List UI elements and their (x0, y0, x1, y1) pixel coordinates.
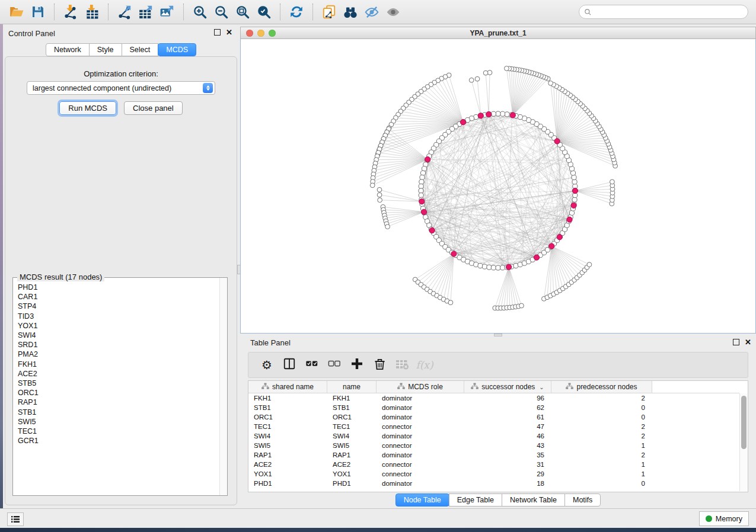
result-node-item[interactable]: SWI5 (18, 417, 219, 427)
table-cell[interactable]: TEC1 (327, 423, 377, 430)
result-node-item[interactable]: PHD1 (18, 283, 219, 292)
table-cell[interactable]: PHD1 (327, 480, 377, 487)
table-row[interactable]: SWI4SWI4dominator462 (248, 431, 739, 441)
table-cell[interactable]: 61 (464, 414, 551, 421)
export-image-button[interactable] (157, 2, 178, 21)
search-input[interactable] (595, 7, 743, 17)
zoom-selected-region-button[interactable] (253, 2, 275, 21)
export-network-button[interactable] (114, 2, 135, 21)
table-cell[interactable]: connector (377, 442, 464, 449)
table-cell[interactable]: FKH1 (248, 395, 327, 402)
table-row[interactable]: ORC1ORC1dominator610 (248, 412, 739, 422)
table-cell[interactable]: ACE2 (327, 461, 377, 468)
save-session-button[interactable] (27, 2, 49, 21)
network-window-titlebar[interactable]: YPA_prune.txt_1 (240, 27, 756, 39)
table-cell[interactable]: dominator (377, 395, 464, 402)
close-panel-icon[interactable]: ✕ (226, 30, 232, 36)
table-row[interactable]: SWI5SWI5connector431 (248, 441, 739, 450)
result-node-item[interactable]: TID3 (18, 312, 219, 321)
table-cell[interactable]: dominator (377, 480, 464, 487)
table-cell[interactable]: FKH1 (327, 395, 377, 402)
column-header-predecessor-nodes[interactable]: predecessor nodes (551, 381, 652, 393)
network-canvas[interactable] (240, 39, 756, 334)
search-box[interactable] (579, 5, 748, 19)
table-cell[interactable]: 2 (551, 395, 652, 402)
memory-button[interactable]: Memory (699, 511, 749, 526)
table-cell[interactable]: ORC1 (327, 414, 377, 421)
table-cell[interactable]: dominator (377, 451, 464, 459)
table-cell[interactable]: STB1 (327, 404, 377, 411)
table-cell[interactable]: PHD1 (248, 480, 327, 487)
table-cell[interactable]: TEC1 (248, 423, 327, 430)
column-header-successor-nodes[interactable]: successor nodes⌄ (464, 381, 551, 393)
first-neighbors-button[interactable] (340, 2, 361, 21)
result-node-item[interactable]: CAR1 (18, 292, 219, 302)
table-cell[interactable]: SWI5 (327, 442, 377, 449)
close-table-panel-icon[interactable]: ✕ (745, 339, 751, 345)
result-node-item[interactable]: FKH1 (18, 360, 219, 369)
result-node-item[interactable]: SWI4 (18, 331, 219, 340)
table-scrollbar-track[interactable] (739, 393, 748, 491)
table-cell[interactable]: connector (377, 423, 464, 430)
table-cell[interactable]: YOX1 (248, 470, 327, 477)
tab-edge-table[interactable]: Edge Table (449, 493, 502, 507)
select-all-rows-button[interactable] (301, 355, 323, 375)
result-scrollbar-track[interactable] (219, 278, 227, 495)
result-node-item[interactable]: PMA2 (18, 350, 219, 359)
table-cell[interactable]: SWI5 (248, 442, 327, 449)
result-node-item[interactable]: STB5 (18, 379, 219, 388)
optimization-criterion-select[interactable]: largest connected component (undirected) (27, 81, 215, 95)
tab-motifs[interactable]: Motifs (564, 493, 601, 507)
run-mcds-button[interactable]: Run MCDS (59, 101, 116, 115)
import-network-from-file-button[interactable] (60, 2, 81, 21)
table-row[interactable]: ACE2ACE2connector311 (248, 460, 739, 469)
table-cell[interactable]: dominator (377, 414, 464, 421)
show-columns-button[interactable] (278, 355, 301, 375)
result-node-item[interactable]: YOX1 (18, 321, 219, 331)
clone-network-button[interactable] (318, 2, 340, 21)
result-node-item[interactable]: STP4 (18, 302, 219, 311)
result-node-item[interactable]: ORC1 (18, 388, 219, 398)
table-cell[interactable]: 0 (551, 404, 652, 411)
table-cell[interactable]: 29 (464, 470, 551, 477)
table-cell[interactable]: 46 (464, 432, 551, 440)
network-graph[interactable] (241, 39, 755, 332)
table-row[interactable]: PHD1PHD1dominator180 (248, 479, 739, 488)
table-cell[interactable]: 62 (464, 404, 551, 411)
table-cell[interactable]: 2 (551, 432, 652, 440)
close-panel-button[interactable]: Close panel (124, 101, 183, 115)
table-cell[interactable]: 1 (551, 461, 652, 468)
table-cell[interactable]: 1 (551, 470, 652, 477)
tab-node-table[interactable]: Node Table (395, 493, 449, 507)
table-cell[interactable]: 47 (464, 423, 551, 430)
zoom-out-button[interactable] (210, 2, 232, 21)
table-cell[interactable]: 35 (464, 451, 551, 459)
table-cell[interactable]: STB1 (248, 404, 327, 411)
table-cell[interactable]: dominator (377, 404, 464, 411)
task-history-button[interactable] (7, 512, 24, 526)
zoom-fit-content-button[interactable] (232, 2, 253, 21)
table-row[interactable]: FKH1FKH1dominator962 (248, 393, 739, 403)
table-cell[interactable]: 96 (464, 395, 551, 402)
mcds-result-list[interactable]: PHD1CAR1STP4TID3YOX1SWI4SRD1PMA2FKH1ACE2… (14, 278, 219, 495)
table-cell[interactable]: 2 (551, 451, 652, 459)
table-row[interactable]: STB1STB1dominator620 (248, 403, 739, 412)
table-cell[interactable]: 43 (464, 442, 551, 449)
zoom-in-button[interactable] (189, 2, 210, 21)
float-window-icon[interactable] (214, 29, 221, 36)
refresh-view-button[interactable] (286, 2, 307, 21)
table-cell[interactable]: SWI4 (327, 432, 377, 440)
hide-selected-button[interactable] (361, 2, 382, 21)
delete-column-button[interactable] (368, 355, 391, 375)
table-options-button[interactable]: ⚙ (256, 355, 278, 375)
table-cell[interactable]: 2 (551, 423, 652, 430)
result-node-item[interactable]: ACE2 (18, 369, 219, 379)
column-header-MCDS-role[interactable]: MCDS role (377, 381, 464, 393)
open-file-button[interactable] (6, 2, 27, 21)
table-cell[interactable]: 0 (551, 414, 652, 421)
table-scrollbar-thumb[interactable] (741, 396, 747, 449)
column-header-name[interactable]: name (327, 381, 377, 393)
float-table-panel-icon[interactable] (733, 339, 739, 345)
table-cell[interactable]: 0 (551, 480, 652, 487)
table-cell[interactable]: 31 (464, 461, 551, 468)
